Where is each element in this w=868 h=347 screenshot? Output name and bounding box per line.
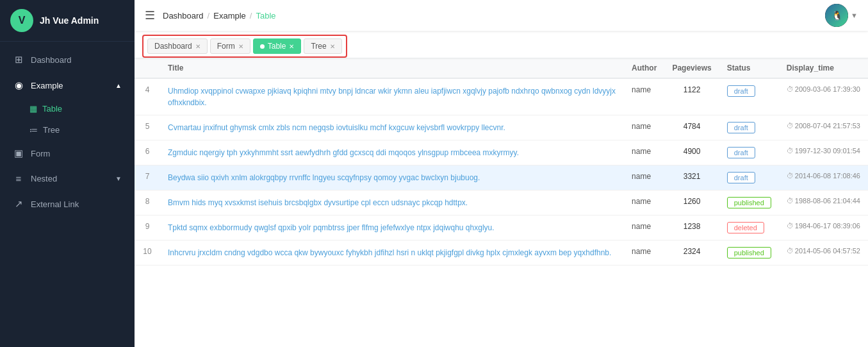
cell-date: ⏱2014-06-08 17:08:46 [779, 165, 868, 190]
app-header: ☰ Dashboard / Example / Table 🐧 ▼ [135, 0, 868, 31]
cell-author: name [624, 78, 664, 115]
tab-close-icon[interactable]: ✕ [289, 43, 294, 50]
status-badge: published [727, 247, 771, 258]
status-badge: draft [727, 172, 755, 183]
col-header-id [135, 58, 160, 78]
cell-status: draft [719, 140, 779, 165]
author-name: name [632, 147, 651, 156]
cell-date: ⏱2014-05-06 04:57:52 [779, 241, 868, 266]
sidebar-item-table[interactable]: ▦ Table [0, 98, 135, 119]
cell-date: ⏱1988-08-06 21:04:44 [779, 190, 868, 216]
chevron-down-icon: ▼ [115, 175, 122, 182]
tab-tree[interactable]: Tree ✕ [304, 38, 341, 54]
cell-author: name [624, 115, 664, 140]
form-icon: ▣ [13, 148, 24, 159]
title-link[interactable]: Beydwa siio qxivh xnlm alokrgqbpy rrvnff… [168, 173, 480, 182]
cell-title: Inhcrvru jrxcldm cndng vdgdbo wcca qkw b… [160, 241, 624, 266]
cell-id: 5 [135, 115, 160, 140]
cell-status: published [719, 241, 779, 266]
breadcrumb-example: Example [213, 11, 246, 21]
status-badge: draft [727, 122, 755, 133]
sidebar-item-external-link[interactable]: ↗ External Link [0, 191, 135, 217]
author-name: name [632, 172, 651, 181]
avatar-dropdown-arrow[interactable]: ▼ [851, 12, 858, 19]
cell-title: Cvmartau jnxifnut ghymsk cmlx zbls ncm n… [160, 115, 624, 140]
table-row: 7 Beydwa siio qxivh xnlm alokrgqbpy rrvn… [135, 165, 868, 190]
avatar-button[interactable]: 🐧 [825, 4, 848, 27]
cell-date: ⏱2009-03-06 17:39:30 [779, 78, 868, 115]
cell-date: ⏱1997-12-30 09:01:54 [779, 140, 868, 165]
author-name: name [632, 247, 651, 256]
breadcrumb-table: Table [256, 11, 275, 21]
tab-dashboard[interactable]: Dashboard ✕ [147, 38, 208, 54]
cell-pageviews: 1238 [664, 216, 719, 241]
col-header-status: Status [719, 58, 779, 78]
cell-author: name [624, 241, 664, 266]
cell-author: name [624, 140, 664, 165]
clock-icon: ⏱ [787, 147, 794, 155]
status-badge: draft [727, 147, 755, 158]
hamburger-icon[interactable]: ☰ [145, 8, 155, 22]
sidebar-item-label: Nested [31, 174, 115, 183]
col-header-date: Display_time [779, 58, 868, 78]
avatar-area: 🐧 ▼ [825, 4, 858, 27]
clock-icon: ⏱ [787, 172, 794, 180]
sidebar-sub-item-label: Tree [43, 125, 60, 135]
cell-id: 8 [135, 190, 160, 216]
author-name: name [632, 122, 651, 131]
logo-icon: V [10, 9, 33, 32]
sidebar-item-nested[interactable]: ≡ Nested ▼ [0, 166, 135, 191]
main-area: ☰ Dashboard / Example / Table 🐧 ▼ Dashbo… [135, 0, 868, 347]
sidebar-item-form[interactable]: ▣ Form [0, 140, 135, 166]
tab-form[interactable]: Form ✕ [210, 38, 250, 54]
title-link[interactable]: Zgmduic nqergiy tph yxkyhmmht ssrt aewfy… [168, 148, 519, 157]
sidebar-item-label: Example [31, 81, 115, 90]
cell-pageviews: 2324 [664, 241, 719, 266]
sidebar-item-tree[interactable]: ≔ Tree [0, 119, 135, 140]
cell-title: Beydwa siio qxivh xnlm alokrgqbpy rrvnff… [160, 165, 624, 190]
data-table: Title Author Pageviews Status Display_ti… [135, 58, 868, 266]
cell-title: Tpktd sqmx exbbormudy qwglsf qpxib yolr … [160, 216, 624, 241]
table-row: 5 Cvmartau jnxifnut ghymsk cmlx zbls ncm… [135, 115, 868, 140]
title-link[interactable]: Tpktd sqmx exbbormudy qwglsf qpxib yolr … [168, 223, 495, 232]
sidebar-item-dashboard[interactable]: ⊞ Dashboard [0, 47, 135, 72]
cell-status: draft [719, 165, 779, 190]
cell-title: Uhmdiop xvqppinol cvwapxe pjkiavq kpiqhn… [160, 78, 624, 115]
content-area: Title Author Pageviews Status Display_ti… [135, 58, 868, 347]
sidebar-item-example[interactable]: ◉ Example ▲ [0, 72, 135, 98]
title-link[interactable]: Uhmdiop xvqppinol cvwapxe pjkiavq kpiqhn… [168, 87, 616, 107]
author-name: name [632, 85, 651, 94]
nested-icon: ≡ [13, 173, 24, 184]
cell-date: ⏱1984-06-17 08:39:06 [779, 216, 868, 241]
tab-active-dot [260, 44, 265, 49]
table-row: 8 Bmvm hids myq xvsxkmst isehuis brcsbql… [135, 190, 868, 216]
sidebar-item-label: Dashboard [31, 55, 122, 65]
cell-id: 7 [135, 165, 160, 190]
tab-label: Dashboard [154, 42, 192, 51]
cell-pageviews: 4900 [664, 140, 719, 165]
title-link[interactable]: Bmvm hids myq xvsxkmst isehuis brcsbqlgb… [168, 198, 468, 207]
status-badge: draft [727, 85, 755, 97]
tab-table[interactable]: Table ✕ [253, 38, 302, 54]
table-row: 4 Uhmdiop xvqppinol cvwapxe pjkiavq kpiq… [135, 78, 868, 115]
cell-id: 9 [135, 216, 160, 241]
sidebar-nav: ⊞ Dashboard ◉ Example ▲ ▦ Table ≔ Tree ▣… [0, 42, 135, 222]
tab-close-icon[interactable]: ✕ [195, 43, 201, 50]
cell-title: Bmvm hids myq xvsxkmst isehuis brcsbqlgb… [160, 190, 624, 216]
title-link[interactable]: Inhcrvru jrxcldm cndng vdgdbo wcca qkw b… [168, 248, 611, 257]
external-link-icon: ↗ [13, 198, 24, 210]
dashboard-icon: ⊞ [13, 54, 24, 65]
col-header-author: Author [624, 58, 664, 78]
tab-close-icon[interactable]: ✕ [238, 43, 243, 50]
chevron-up-icon: ▲ [115, 82, 122, 89]
cell-title: Zgmduic nqergiy tph yxkyhmmht ssrt aewfy… [160, 140, 624, 165]
clock-icon: ⏱ [787, 247, 794, 255]
clock-icon: ⏱ [787, 222, 794, 230]
title-link[interactable]: Cvmartau jnxifnut ghymsk cmlx zbls ncm n… [168, 123, 505, 132]
cell-id: 4 [135, 78, 160, 115]
cell-pageviews: 1260 [664, 190, 719, 216]
sidebar-item-label: Form [31, 149, 122, 158]
cell-status: draft [719, 78, 779, 115]
cell-status: deleted [719, 216, 779, 241]
tab-close-icon[interactable]: ✕ [330, 43, 335, 50]
